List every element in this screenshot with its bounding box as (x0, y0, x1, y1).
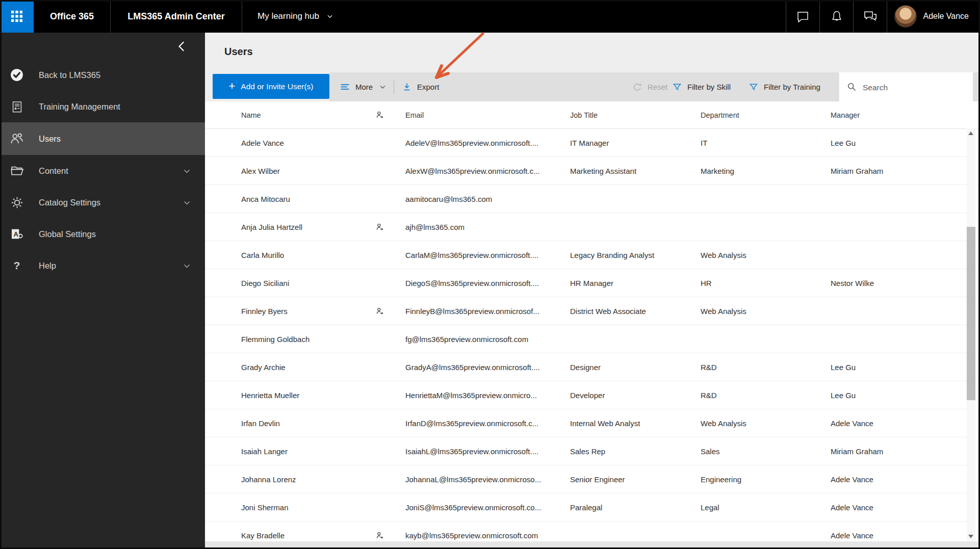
account-menu[interactable]: Adele Vance (887, 0, 980, 33)
sidebar-item-global-settings[interactable]: AGlobal Settings (0, 218, 205, 250)
cell-name: Alex Wilber (241, 167, 375, 175)
training-icon (8, 100, 25, 114)
funnel-icon (672, 82, 682, 92)
cell-name: Anja Julia Hartzell (241, 223, 375, 231)
app-launcher-button[interactable] (0, 0, 34, 33)
download-icon (402, 82, 412, 92)
cell-email: kayb@lms365preview.onmicrosoft.com (405, 531, 570, 540)
table-row[interactable]: Grady ArchieGradyA@lms365preview.onmicro… (205, 353, 980, 381)
cell-job-title: Designer (570, 363, 701, 372)
chevron-down-icon (379, 83, 386, 91)
table-row[interactable]: Henrietta MuellerHenriettaM@lms365previe… (205, 381, 980, 409)
sidebar-item-content[interactable]: Content (0, 155, 205, 187)
cell-manager: Adele Vance (831, 503, 980, 512)
scroll-down-arrow-icon[interactable] (968, 535, 973, 538)
top-bar: Office 365 LMS365 Admin Center My learni… (0, 0, 980, 33)
table-row[interactable]: Anja Julia Hartzellajh@lms365.com (205, 213, 980, 241)
cell-department: Engineering (701, 475, 831, 484)
table-header-row: Name Email Job Title Department Manager (205, 101, 980, 129)
external-user-icon (375, 222, 384, 232)
table-row[interactable]: Alex WilberAlexW@lms365preview.onmicroso… (205, 157, 980, 185)
cell-job-title: District Web Associate (570, 307, 701, 316)
search-box (839, 72, 973, 101)
external-user-icon (375, 306, 384, 316)
column-header-name[interactable]: Name (241, 111, 375, 119)
chevron-down-icon (183, 167, 191, 175)
table-row[interactable]: Joni ShermanJoniS@lms365preview.onmicros… (205, 493, 980, 521)
external-user-icon (375, 531, 384, 540)
feedback-icon (863, 9, 878, 23)
cell-name: Diego Siciliani (241, 279, 375, 287)
hub-menu[interactable]: My learning hub (242, 0, 347, 33)
main-content: Users + Add or Invite User(s) More Expor… (205, 33, 980, 549)
cell-email: GradyA@lms365preview.onmicrosoft.... (405, 363, 570, 372)
cell-email: JohannaL@lms365preview.onmicroso... (405, 475, 570, 484)
table-row[interactable]: Finnley ByersFinnleyB@lms365preview.onmi… (205, 297, 980, 325)
column-header-external[interactable] (375, 110, 405, 120)
more-button[interactable]: More (340, 72, 386, 101)
column-header-job-title[interactable]: Job Title (570, 111, 701, 119)
cell-department: R&D (701, 391, 831, 400)
cell-external-indicator (375, 531, 405, 540)
cell-name: Finnley Byers (241, 307, 375, 316)
table-row[interactable]: Irfan DevlinIrfanD@lms365preview.onmicro… (205, 409, 980, 437)
table-row[interactable]: Kay Bradellekayb@lms365preview.onmicroso… (205, 521, 980, 541)
table-row[interactable]: Johanna LorenzJohannaL@lms365preview.onm… (205, 465, 980, 493)
table-row[interactable]: Adele VanceAdeleV@lms365preview.onmicros… (205, 129, 980, 157)
filter-by-skill-label: Filter by Skill (687, 83, 731, 91)
svg-text:A: A (14, 230, 19, 238)
search-input[interactable] (862, 72, 966, 102)
chevron-down-icon (326, 13, 333, 20)
column-header-email[interactable]: Email (405, 111, 570, 119)
filter-by-training-label: Filter by Training (764, 83, 820, 91)
notifications-button[interactable] (820, 0, 853, 33)
reset-button[interactable]: Reset (632, 72, 667, 101)
cell-department: Sales (701, 447, 831, 456)
cell-email: IrfanD@lms365preview.onmicrosoft.c... (405, 419, 570, 428)
chat-button[interactable] (786, 0, 819, 33)
table-row[interactable]: Diego SicilianiDiegoS@lms365preview.onmi… (205, 269, 980, 297)
filter-by-skill-button[interactable]: Filter by Skill (672, 72, 731, 101)
cell-manager: Lee Gu (831, 391, 980, 400)
cell-department: Web Analysis (701, 307, 831, 316)
page-title: Users (224, 46, 253, 58)
cell-email: JoniS@lms365preview.onmicrosoft.co... (405, 503, 570, 512)
cell-email: CarlaM@lms365preview.onmicrosoft.... (405, 251, 570, 259)
table-body: Adele VanceAdeleV@lms365preview.onmicros… (205, 129, 980, 541)
sidebar-item-catalog-settings[interactable]: Catalog Settings (0, 187, 205, 218)
cell-department: IT (701, 139, 831, 147)
admin-center-title[interactable]: LMS365 Admin Center (111, 0, 242, 33)
cell-name: Irfan Devlin (241, 419, 375, 428)
feedback-button[interactable] (854, 0, 887, 33)
table-row[interactable]: Isaiah LangerIsaiahL@lms365preview.onmic… (205, 437, 980, 465)
office365-brand[interactable]: Office 365 (34, 0, 110, 33)
filter-by-training-button[interactable]: Filter by Training (749, 72, 820, 101)
users-icon (8, 131, 25, 146)
sidebar-item-label: Global Settings (39, 229, 96, 239)
sidebar-item-help[interactable]: ?Help (0, 250, 205, 281)
sidebar-item-users[interactable]: Users (0, 122, 205, 155)
vertical-scrollbar[interactable] (967, 128, 975, 541)
cell-name: Kay Bradelle (241, 531, 375, 540)
admin-center-label: LMS365 Admin Center (127, 11, 224, 22)
column-header-department[interactable]: Department (701, 111, 831, 119)
table-row[interactable]: Carla MurilloCarlaM@lms365preview.onmicr… (205, 241, 980, 269)
cell-job-title: Marketing Assistant (570, 167, 701, 175)
cell-email: aamitocaru@lms365.com (405, 195, 570, 203)
scrollbar-thumb[interactable] (967, 227, 975, 400)
sidebar-item-label: Training Management (39, 102, 120, 112)
sidebar-nav: Back to LMS365Training ManagementUsersCo… (0, 59, 205, 281)
export-button[interactable]: Export (402, 72, 439, 101)
command-bar-divider (394, 81, 394, 93)
sidebar-item-back-to-lms365[interactable]: Back to LMS365 (0, 59, 205, 91)
sidebar-item-training-management[interactable]: Training Management (0, 91, 205, 122)
scroll-up-arrow-icon[interactable] (968, 132, 973, 135)
add-or-invite-users-button[interactable]: + Add or Invite User(s) (213, 74, 329, 99)
cell-name: Grady Archie (241, 363, 375, 372)
table-row[interactable]: Anca Mitocaruaamitocaru@lms365.com (205, 185, 980, 213)
column-header-manager[interactable]: Manager (831, 111, 980, 119)
cell-manager: Adele Vance (831, 419, 980, 428)
sidebar-collapse-button[interactable] (173, 38, 191, 55)
table-row[interactable]: Flemming Goldbachfg@lms365preview.onmicr… (205, 325, 980, 353)
cell-department: Legal (701, 503, 831, 512)
